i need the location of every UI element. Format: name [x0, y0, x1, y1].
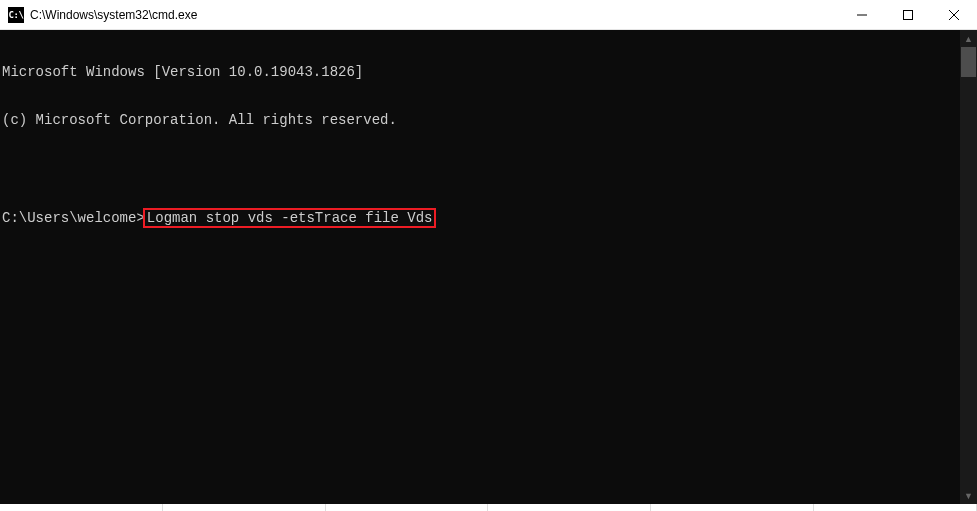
cmd-icon: C:\ — [8, 7, 24, 23]
minimize-icon — [857, 10, 867, 20]
titlebar[interactable]: C:\ C:\Windows\system32\cmd.exe — [0, 0, 977, 30]
terminal-line-copyright: (c) Microsoft Corporation. All rights re… — [2, 112, 960, 128]
svg-rect-1 — [904, 11, 913, 20]
terminal[interactable]: Microsoft Windows [Version 10.0.19043.18… — [0, 30, 960, 504]
maximize-icon — [903, 10, 913, 20]
close-button[interactable] — [931, 0, 977, 30]
close-icon — [949, 10, 959, 20]
maximize-button[interactable] — [885, 0, 931, 30]
cmd-window: C:\ C:\Windows\system32\cmd.exe Microsof… — [0, 0, 977, 511]
scrollbar[interactable]: ▲ ▼ — [960, 30, 977, 504]
scroll-up-icon[interactable]: ▲ — [960, 30, 977, 47]
scroll-thumb[interactable] — [961, 47, 976, 77]
terminal-prompt-line: C:\Users\welcome>Logman stop vds -etsTra… — [2, 208, 960, 228]
terminal-command: Logman stop vds -etsTrace file Vds — [147, 210, 433, 226]
window-title: C:\Windows\system32\cmd.exe — [30, 8, 839, 22]
minimize-button[interactable] — [839, 0, 885, 30]
terminal-line-version: Microsoft Windows [Version 10.0.19043.18… — [2, 64, 960, 80]
terminal-prompt: C:\Users\welcome> — [2, 210, 145, 226]
bottom-strip — [0, 504, 977, 511]
window-controls — [839, 0, 977, 29]
terminal-line-blank — [2, 160, 960, 176]
command-highlight: Logman stop vds -etsTrace file Vds — [143, 208, 437, 228]
scroll-down-icon[interactable]: ▼ — [960, 487, 977, 504]
client-area: Microsoft Windows [Version 10.0.19043.18… — [0, 30, 977, 504]
